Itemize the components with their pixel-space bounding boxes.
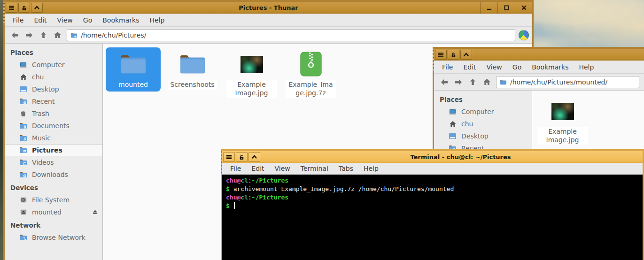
sidebar-item-computer[interactable]: Computer — [434, 106, 532, 118]
location-bar[interactable]: /home/chu/Pictures/ — [67, 29, 515, 41]
sidebar-item-pictures[interactable]: Pictures — [5, 144, 102, 156]
forward-button[interactable] — [451, 76, 466, 89]
menu-item-edit[interactable]: Edit — [246, 162, 269, 175]
folder-pictures-icon — [19, 147, 27, 153]
sidebar-section-devices: Devices — [5, 181, 102, 194]
close-button[interactable] — [515, 2, 532, 14]
home-button[interactable] — [480, 76, 494, 89]
menu-item-terminal[interactable]: Terminal — [295, 162, 334, 175]
window-menu-button[interactable] — [6, 3, 17, 13]
menu-item-file[interactable]: File — [437, 61, 458, 74]
shade-button[interactable] — [31, 3, 43, 13]
computer-icon — [449, 108, 457, 115]
home-button[interactable] — [50, 29, 64, 42]
sidebar-item-music[interactable]: Music — [5, 132, 102, 144]
image-thumbnail — [241, 50, 263, 79]
sticky-button[interactable] — [448, 50, 459, 60]
path-folder-icon — [500, 79, 507, 85]
file-item-example-image-jpg-7z[interactable]: Example_Image.jpg.7z — [283, 47, 338, 100]
text-cursor — [234, 202, 235, 209]
window-menu-button[interactable] — [223, 152, 235, 162]
maximize-button[interactable] — [497, 2, 515, 14]
close-icon — [521, 5, 527, 10]
sidebar-item-desktop[interactable]: Desktop — [5, 83, 102, 95]
sticky-button[interactable] — [236, 152, 248, 162]
menu-item-edit[interactable]: Edit — [29, 14, 52, 27]
menu-item-edit[interactable]: Edit — [458, 61, 481, 74]
sidebar-item-label: chu — [32, 73, 44, 81]
maximize-icon — [504, 5, 510, 10]
file-label: Screenshoots — [168, 80, 217, 90]
menu-item-go[interactable]: Go — [507, 61, 527, 74]
chevron-up-icon — [463, 53, 469, 57]
file-item-example-image-jpg[interactable]: Example Image.jpg — [224, 47, 279, 100]
menu-item-go[interactable]: Go — [78, 14, 97, 27]
file-label: Example Image.jpg — [537, 127, 588, 145]
sidebar-section-places: Places — [434, 92, 532, 106]
menu-item-bookmarks[interactable]: Bookmarks — [527, 61, 574, 74]
menu-item-view[interactable]: View — [481, 61, 507, 74]
terminal-line: $ archivemount Example_Image.jpg.7z /hom… — [226, 185, 639, 193]
sidebar-item-chu[interactable]: chu — [5, 71, 102, 83]
sidebar-item-mounted[interactable]: mounted — [5, 206, 102, 218]
home-nav-icon — [483, 78, 491, 85]
back-button[interactable] — [8, 29, 22, 42]
sidebar-item-trash[interactable]: Trash — [5, 107, 102, 120]
menu-item-view[interactable]: View — [270, 162, 295, 175]
titlebar[interactable]: Pictures - Thunar — [5, 2, 532, 14]
file-item-mounted[interactable]: mounted — [106, 47, 161, 92]
file-item-example-image-jpg[interactable]: Example Image.jpg — [535, 94, 590, 147]
sidebar-item-recent[interactable]: Recent — [5, 95, 102, 107]
sidebar-item-browse-network[interactable]: Browse Network — [5, 231, 102, 244]
folder-network-icon — [19, 234, 27, 241]
menu-item-help[interactable]: Help — [574, 61, 599, 74]
sidebar-item-downloads[interactable]: Downloads — [5, 168, 102, 181]
folder-music-icon — [19, 135, 27, 141]
sidebar-item-computer[interactable]: Computer — [5, 59, 102, 71]
back-button[interactable] — [437, 76, 451, 89]
menu-item-bookmarks[interactable]: Bookmarks — [97, 14, 144, 27]
menu-item-file[interactable]: File — [8, 14, 29, 27]
menu-item-file[interactable]: File — [225, 162, 246, 175]
sidebar-item-desktop[interactable]: Desktop — [434, 130, 532, 142]
file-label: mounted — [116, 80, 150, 90]
archive-icon — [298, 50, 324, 79]
sidebar-item-file-system[interactable]: File System — [5, 194, 102, 206]
titlebar[interactable] — [434, 49, 644, 61]
shade-button[interactable] — [460, 50, 472, 60]
sticky-button[interactable] — [18, 3, 30, 13]
forward-icon — [454, 78, 463, 86]
sidebar-item-chu[interactable]: chu — [434, 118, 532, 130]
sidebar-item-label: Desktop — [461, 132, 489, 140]
location-bar[interactable]: /home/chu/Pictures/mounted/ — [496, 76, 639, 88]
forward-button[interactable] — [22, 29, 36, 42]
terminal-line: chu@cl:~/Pictures — [226, 193, 639, 202]
sidebar-section-network: Network — [5, 218, 102, 231]
file-item-screenshoots[interactable]: Screenshoots — [165, 47, 220, 92]
menu-item-help[interactable]: Help — [144, 14, 170, 27]
sidebar-item-label: chu — [461, 120, 473, 128]
window-menu-button[interactable] — [435, 50, 447, 60]
big-folder-icon — [178, 50, 207, 79]
sidebar-item-documents[interactable]: Documents — [5, 120, 102, 132]
toolbar: /home/chu/Pictures/ — [5, 27, 532, 44]
back-icon — [440, 78, 449, 86]
up-arrow-icon — [469, 78, 476, 86]
menu-item-view[interactable]: View — [52, 14, 78, 27]
sidebar-item-videos[interactable]: Videos — [5, 156, 102, 168]
up-button[interactable] — [466, 76, 480, 89]
menubar: FileEditViewGoBookmarksHelp — [5, 14, 532, 27]
up-button[interactable] — [36, 29, 50, 42]
terminal-screen[interactable]: chu@cl:~/Pictures$ archivemount Example_… — [222, 175, 643, 260]
menu-item-help[interactable]: Help — [358, 162, 384, 175]
shade-button[interactable] — [248, 152, 260, 162]
minimize-button[interactable] — [480, 2, 497, 14]
file-label: Example_Image.jpg.7z — [286, 80, 336, 98]
eject-button[interactable] — [92, 209, 98, 214]
path-folder-icon — [70, 32, 78, 38]
folder-documents-icon — [19, 122, 27, 129]
terminal-line: chu@cl:~/Pictures — [226, 176, 639, 185]
sidebar-item-label: Desktop — [32, 85, 59, 93]
menu-item-tabs[interactable]: Tabs — [334, 162, 358, 175]
titlebar[interactable]: Terminal - chu@cl: ~/Pictures — [222, 151, 643, 163]
